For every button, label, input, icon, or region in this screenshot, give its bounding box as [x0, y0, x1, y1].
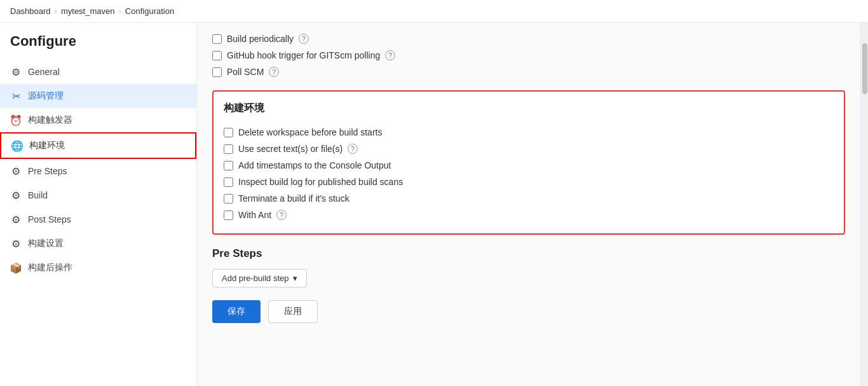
sidebar-item-scm[interactable]: ✂ 源码管理	[0, 84, 196, 108]
checkbox-build-periodically: Build periodically ?	[212, 31, 845, 47]
help-icon-build-periodically[interactable]: ?	[299, 34, 309, 44]
checkbox-inspect-build-log-input[interactable]	[224, 177, 233, 187]
sidebar-label-triggers: 构建触发器	[28, 114, 72, 126]
help-icon-with-ant[interactable]: ?	[276, 210, 287, 220]
sidebar-item-build-settings[interactable]: ⚙ 构建设置	[0, 231, 196, 256]
globe-icon: 🌐	[11, 140, 23, 151]
sidebar-label-scm: 源码管理	[28, 90, 64, 102]
sidebar-label-pre-steps: Pre Steps	[28, 166, 67, 176]
sidebar-label-post-steps: Post Steps	[28, 214, 71, 224]
breadcrumb-sep-1: ›	[55, 6, 57, 16]
checkbox-poll-scm: Poll SCM ?	[212, 64, 845, 80]
sidebar-item-build-env[interactable]: 🌐 构建环境	[0, 132, 196, 159]
scissors-icon: ✂	[10, 90, 22, 102]
sidebar-label-build-settings: 构建设置	[28, 238, 64, 249]
checkbox-poll-scm-input[interactable]	[212, 67, 222, 77]
checkbox-use-secret: Use secret text(s) or file(s) ?	[224, 141, 834, 157]
checkbox-with-ant: With Ant ?	[224, 207, 834, 223]
checkbox-add-timestamps: Add timestamps to the Console Output	[224, 157, 834, 174]
top-checkboxes: Build periodically ? GitHub hook trigger…	[212, 23, 845, 85]
action-buttons: 保存 应用	[212, 300, 845, 329]
checkbox-delete-workspace-input[interactable]	[224, 128, 233, 137]
sidebar-item-general[interactable]: ⚙ General	[0, 60, 196, 84]
checkbox-github-hook: GitHub hook trigger for GITScm polling ?	[212, 47, 845, 64]
checkbox-use-secret-label: Use secret text(s) or file(s)	[238, 144, 342, 154]
sidebar-label-general: General	[28, 67, 60, 77]
sidebar-label-post-build: 构建后操作	[28, 262, 72, 273]
build-env-section: 构建环境 Delete workspace before build start…	[212, 90, 845, 235]
checkbox-github-hook-label: GitHub hook trigger for GITScm polling	[227, 50, 380, 60]
checkbox-build-periodically-input[interactable]	[212, 34, 222, 44]
gear-icon-5: ⚙	[10, 238, 22, 249]
pre-steps-section: Pre Steps Add pre-build step ▾	[212, 247, 845, 287]
pre-steps-title: Pre Steps	[212, 247, 845, 260]
sidebar-label-build: Build	[28, 190, 48, 200]
checkbox-terminate-stuck-label: Terminate a build if it's stuck	[238, 193, 349, 203]
checkbox-with-ant-input[interactable]	[224, 210, 233, 220]
content-area: Build periodically ? GitHub hook trigger…	[197, 23, 860, 386]
sidebar-item-build[interactable]: ⚙ Build	[0, 183, 196, 207]
checkbox-add-timestamps-input[interactable]	[224, 161, 233, 170]
checkbox-with-ant-label: With Ant	[238, 210, 271, 220]
add-pre-build-step-label: Add pre-build step	[222, 273, 289, 283]
checkbox-poll-scm-label: Poll SCM	[227, 67, 264, 77]
checkbox-add-timestamps-label: Add timestamps to the Console Output	[238, 160, 391, 170]
gear-icon-4: ⚙	[10, 214, 22, 225]
breadcrumb-current: Configuration	[125, 6, 174, 16]
gear-icon: ⚙	[10, 66, 22, 78]
checkbox-delete-workspace-label: Delete workspace before build starts	[238, 127, 382, 137]
checkbox-use-secret-input[interactable]	[224, 144, 233, 154]
gear-icon-3: ⚙	[10, 190, 22, 201]
build-env-title: 构建环境	[224, 102, 834, 115]
checkbox-inspect-build-log: Inspect build log for published build sc…	[224, 174, 834, 190]
sidebar-label-build-env: 构建环境	[29, 140, 65, 151]
save-button[interactable]: 保存	[212, 300, 261, 323]
scrollbar[interactable]	[860, 23, 868, 386]
gear-icon-2: ⚙	[10, 165, 22, 177]
sidebar: Configure ⚙ General ✂ 源码管理 ⏰ 构建触发器 🌐 构建环…	[0, 23, 197, 386]
breadcrumb-dashboard[interactable]: Dashboard	[10, 6, 51, 16]
box-icon: 📦	[10, 262, 22, 273]
help-icon-use-secret[interactable]: ?	[348, 144, 358, 154]
checkbox-build-periodically-label: Build periodically	[227, 34, 294, 44]
checkbox-github-hook-input[interactable]	[212, 51, 222, 60]
sidebar-title: Configure	[0, 33, 196, 60]
add-pre-build-step-button[interactable]: Add pre-build step ▾	[212, 269, 307, 287]
breadcrumb-sep-2: ›	[119, 6, 121, 16]
breadcrumb-project[interactable]: mytest_maven	[61, 6, 115, 16]
checkbox-terminate-stuck: Terminate a build if it's stuck	[224, 190, 834, 207]
help-icon-poll-scm[interactable]: ?	[269, 67, 279, 77]
checkbox-terminate-stuck-input[interactable]	[224, 194, 233, 203]
sidebar-item-pre-steps[interactable]: ⚙ Pre Steps	[0, 159, 196, 183]
scrollbar-thumb[interactable]	[862, 43, 867, 94]
clock-icon: ⏰	[10, 114, 22, 126]
apply-button[interactable]: 应用	[268, 300, 318, 323]
sidebar-item-post-build[interactable]: 📦 构建后操作	[0, 256, 196, 280]
dropdown-icon: ▾	[293, 273, 297, 283]
breadcrumb: Dashboard › mytest_maven › Configuration	[0, 0, 868, 23]
sidebar-item-post-steps[interactable]: ⚙ Post Steps	[0, 207, 196, 231]
checkbox-inspect-build-log-label: Inspect build log for published build sc…	[238, 177, 403, 187]
help-icon-github-hook[interactable]: ?	[385, 50, 395, 60]
sidebar-item-triggers[interactable]: ⏰ 构建触发器	[0, 108, 196, 132]
checkbox-delete-workspace: Delete workspace before build starts	[224, 124, 834, 141]
